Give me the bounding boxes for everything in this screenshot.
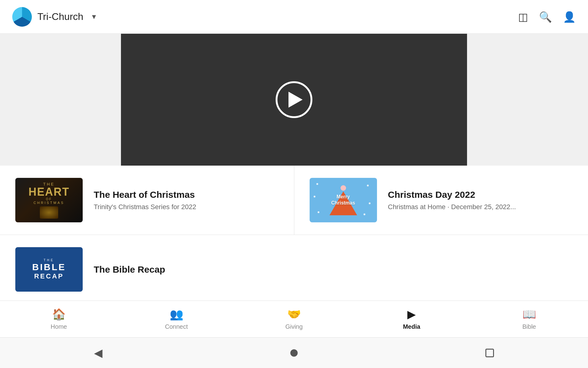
video-player[interactable] <box>121 34 467 166</box>
media-icon: ▶︎ <box>407 308 416 321</box>
giving-label: Giving <box>285 323 303 330</box>
android-home-button[interactable] <box>290 349 298 357</box>
media-label: Media <box>403 323 420 330</box>
connect-icon: 👥 <box>170 308 183 321</box>
thumb-christmas-label: CHRISTMAS <box>34 201 65 205</box>
heart-of-christmas-card[interactable]: THE HEART OF CHRISTMAS The Heart of Chri… <box>0 166 294 235</box>
header-left: Tri-Church ▼ <box>12 7 97 27</box>
bible-thumb-the: THE <box>44 259 55 262</box>
church-dropdown-icon[interactable]: ▼ <box>91 13 97 21</box>
search-icon[interactable]: 🔍 <box>539 11 552 23</box>
bible-recap-card[interactable]: THE BIBLE RECAP The Bible Recap <box>0 235 309 304</box>
church-name: Tri-Church <box>37 11 83 22</box>
heart-of-christmas-title: The Heart of Christmas <box>94 190 279 200</box>
christmas-day-subtitle: Christmas at Home · December 25, 2022... <box>388 203 573 211</box>
header: Tri-Church ▼ ◫ 🔍 👤 <box>0 0 588 34</box>
bible-recap-info: The Bible Recap <box>94 264 294 275</box>
nav-item-giving[interactable]: 🤝 Giving <box>235 308 353 330</box>
video-wrapper <box>0 34 588 166</box>
thumb-manger-image <box>40 206 58 219</box>
christmas-day-info: Christmas Day 2022 Christmas at Home · D… <box>388 190 573 211</box>
play-button[interactable] <box>276 81 312 118</box>
chat-icon[interactable]: ◫ <box>518 11 528 23</box>
cards-row: THE HEART OF CHRISTMAS The Heart of Chri… <box>0 166 588 235</box>
bible-recap-thumbnail: THE BIBLE RECAP <box>15 247 83 292</box>
thumb-heart-label: HEART <box>28 186 70 197</box>
app-logo <box>12 7 32 27</box>
merry-christmas-text: MerryChristmas <box>331 194 355 207</box>
thumb-of-label: OF <box>46 197 52 201</box>
heart-of-christmas-thumbnail: THE HEART OF CHRISTMAS <box>15 178 83 222</box>
profile-icon[interactable]: 👤 <box>563 11 576 23</box>
play-triangle-icon <box>288 92 303 108</box>
android-back-button[interactable]: ◀ <box>94 347 103 359</box>
bible-recap-row: THE BIBLE RECAP The Bible Recap <box>0 235 588 304</box>
home-icon: 🏠 <box>52 308 66 321</box>
christmas-thumbnail-bg: MerryChristmas <box>310 178 377 222</box>
nav-item-media[interactable]: ▶︎ Media <box>353 308 470 330</box>
nav-item-bible[interactable]: 📖 Bible <box>470 308 588 330</box>
home-label: Home <box>51 323 67 330</box>
bible-label: Bible <box>522 323 536 330</box>
android-navigation-bar: ◀ <box>0 337 588 368</box>
bottom-navigation: 🏠 Home 👥 Connect 🤝 Giving ▶︎ Media 📖 Bib… <box>0 301 588 337</box>
christmas-day-thumbnail: MerryChristmas <box>310 178 377 222</box>
nav-item-connect[interactable]: 👥 Connect <box>118 308 235 330</box>
giving-icon: 🤝 <box>287 308 301 321</box>
android-recents-button[interactable] <box>485 349 494 357</box>
bible-thumb-recap: RECAP <box>34 272 64 280</box>
christmas-day-title: Christmas Day 2022 <box>388 190 573 200</box>
heart-of-christmas-info: The Heart of Christmas Trinity's Christm… <box>94 190 279 211</box>
connect-label: Connect <box>165 323 188 330</box>
bible-icon: 📖 <box>522 308 536 321</box>
bible-row-right-empty <box>309 235 588 304</box>
nav-item-home[interactable]: 🏠 Home <box>0 308 118 330</box>
christmas-day-card[interactable]: MerryChristmas Christmas Day 2022 Christ… <box>294 166 588 235</box>
bible-thumb-bible: BIBLE <box>32 262 66 272</box>
heart-thumbnail-bg: THE HEART OF CHRISTMAS <box>15 178 83 222</box>
header-right: ◫ 🔍 👤 <box>518 11 576 23</box>
heart-of-christmas-subtitle: Trinity's Christmas Series for 2022 <box>94 203 279 211</box>
bible-recap-title: The Bible Recap <box>94 264 294 275</box>
